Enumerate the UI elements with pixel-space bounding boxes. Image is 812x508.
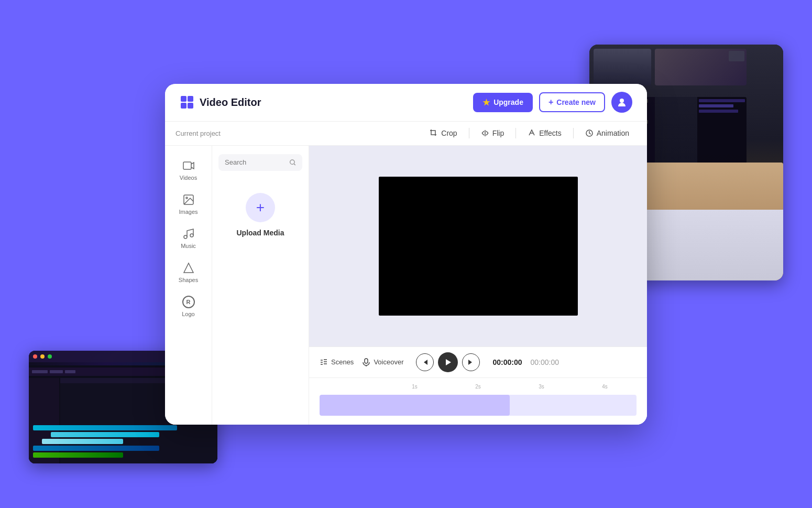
play-icon: [444, 359, 452, 366]
sidebar-item-images[interactable]: Images: [169, 188, 209, 220]
timeline-ruler: 1s 2s 3s 4s: [309, 382, 647, 392]
svg-rect-6: [183, 162, 191, 169]
skip-back-button[interactable]: [416, 353, 434, 371]
animation-button[interactable]: Animation: [578, 126, 637, 140]
video-preview: [309, 146, 647, 347]
music-icon: [182, 228, 195, 240]
sidebar-item-logo[interactable]: R Logo: [169, 290, 209, 322]
skip-forward-icon: [467, 359, 475, 366]
sub-toolbar: Current project Crop Flip Effects: [165, 122, 647, 146]
header: Video Editor ★ Upgrade + Create new: [165, 84, 647, 122]
flip-icon: [481, 129, 489, 137]
header-actions: ★ Upgrade + Create new: [473, 92, 632, 113]
scenes-button[interactable]: Scenes: [320, 358, 354, 366]
search-icon: [289, 158, 296, 167]
timeline-track[interactable]: [320, 395, 637, 416]
project-label: Current project: [175, 129, 221, 137]
svg-point-4: [620, 99, 624, 103]
effects-button[interactable]: Effects: [520, 126, 569, 140]
app-title: Video Editor: [200, 96, 261, 109]
ruler-mark-4s: 4s: [573, 384, 637, 390]
crop-button[interactable]: Crop: [422, 126, 464, 140]
timeline: 1s 2s 3s 4s: [309, 377, 647, 425]
ruler-mark-2s: 2s: [446, 384, 510, 390]
search-input[interactable]: [225, 158, 285, 166]
player-controls: Scenes Voiceover: [309, 347, 647, 377]
effects-icon: [528, 129, 536, 137]
play-button[interactable]: [438, 352, 458, 372]
animation-icon: [585, 129, 594, 137]
logo-area: Video Editor: [180, 95, 261, 110]
svg-rect-1: [188, 96, 193, 102]
sidebar: Videos Images Music: [165, 146, 212, 425]
main-content: Videos Images Music: [165, 146, 647, 425]
user-icon: [617, 97, 627, 107]
upload-label: Upload Media: [236, 229, 284, 237]
toolbar-tools: Crop Flip Effects: [422, 126, 637, 140]
media-panel: + Upload Media: [212, 146, 309, 425]
separator-2: [515, 128, 516, 138]
search-box[interactable]: [218, 154, 302, 171]
timecode-display: 00:00:00: [492, 358, 522, 366]
skip-forward-button[interactable]: [462, 353, 480, 371]
svg-point-11: [290, 159, 294, 164]
voiceover-button[interactable]: Voiceover: [362, 358, 403, 366]
app-card: Video Editor ★ Upgrade + Create new Curr…: [165, 84, 647, 425]
timecode-end-display: 00:00:00: [531, 358, 559, 366]
svg-point-10: [190, 234, 193, 237]
user-avatar-button[interactable]: [611, 92, 632, 113]
ruler-mark-1s: 1s: [383, 384, 446, 390]
svg-rect-12: [365, 359, 368, 363]
upload-area: + Upload Media: [218, 177, 302, 253]
sidebar-item-videos[interactable]: Videos: [169, 154, 209, 186]
upload-plus-icon: +: [256, 200, 265, 215]
upload-button[interactable]: +: [246, 193, 275, 222]
svg-rect-3: [188, 103, 193, 109]
sidebar-item-music[interactable]: Music: [169, 222, 209, 254]
crop-icon: [430, 129, 438, 137]
microphone-icon: [362, 358, 370, 366]
svg-point-8: [186, 197, 188, 199]
images-icon: [182, 193, 195, 206]
video-screen: [379, 177, 578, 316]
sidebar-item-shapes[interactable]: Shapes: [169, 256, 209, 288]
create-new-button[interactable]: + Create new: [539, 92, 605, 112]
separator-3: [573, 128, 574, 138]
upgrade-button[interactable]: ★ Upgrade: [473, 93, 533, 112]
skip-back-icon: [421, 359, 429, 366]
scenes-icon: [320, 358, 328, 366]
preview-area: Scenes Voiceover: [309, 146, 647, 425]
videos-icon: [182, 159, 195, 172]
ruler-mark-0: [320, 384, 383, 390]
ruler-mark-3s: 3s: [510, 384, 573, 390]
svg-point-9: [184, 235, 187, 239]
svg-rect-0: [181, 96, 186, 102]
crown-icon: ★: [482, 98, 490, 107]
logo-circle-icon: R: [182, 296, 195, 308]
timeline-clip: [320, 395, 510, 416]
svg-rect-2: [181, 103, 186, 109]
plus-icon: +: [548, 98, 553, 107]
flip-button[interactable]: Flip: [474, 126, 512, 140]
player-buttons: [416, 352, 480, 372]
shapes-icon: [182, 262, 195, 274]
separator-1: [469, 128, 469, 138]
app-logo-icon: [180, 95, 194, 110]
